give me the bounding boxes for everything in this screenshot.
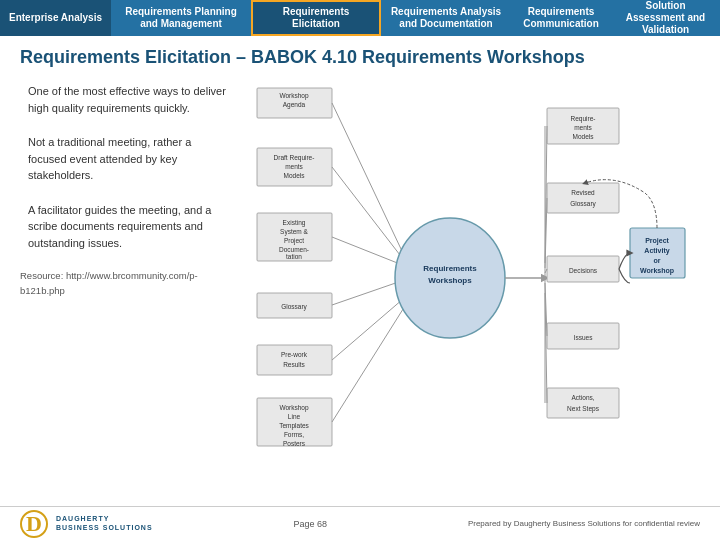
nav-requirements-elicitation[interactable]: Requirements Elicitation [251,0,381,36]
svg-line-24 [332,103,410,268]
left-text-panel: One of the most effective ways to delive… [20,83,230,453]
footer: D DAUGHERTY BUSINESS SOLUTIONS Page 68 P… [0,506,720,540]
svg-text:ments: ments [574,124,592,131]
main-content: Requirements Elicitation – BABOK 4.10 Re… [0,36,720,453]
footer-page-number: Page 68 [153,519,468,529]
svg-text:Issues: Issues [574,334,594,341]
svg-text:ments: ments [285,163,303,170]
svg-text:Project: Project [284,237,304,245]
logo-circle: D [20,510,48,538]
svg-text:Revised: Revised [571,189,595,196]
svg-text:Project: Project [645,237,669,245]
paragraph-2: Not a traditional meeting, rather a focu… [20,134,230,184]
svg-line-28 [332,293,410,360]
svg-rect-45 [547,388,619,418]
svg-text:Workshop: Workshop [279,92,309,100]
footer-prepared-by: Prepared by Daugherty Business Solutions… [468,519,700,528]
logo-letter: D [26,511,42,537]
svg-text:Workshops: Workshops [428,276,472,285]
svg-text:Next Steps: Next Steps [567,405,600,413]
page-title: Requirements Elicitation – BABOK 4.10 Re… [20,46,700,69]
svg-text:Templates: Templates [279,422,309,430]
nav-enterprise-analysis[interactable]: Enterprise Analysis [0,0,111,36]
paragraph-1-text: One of the most effective ways to delive… [28,85,226,114]
svg-text:Forms,: Forms, [284,431,304,438]
svg-text:Existing: Existing [283,219,306,227]
svg-text:Pre-work: Pre-work [281,351,308,358]
svg-text:Documen-: Documen- [279,246,309,253]
svg-line-29 [332,298,410,422]
svg-text:Line: Line [288,413,301,420]
svg-text:Models: Models [573,133,595,140]
svg-rect-38 [547,183,619,213]
svg-text:Activity: Activity [644,247,669,255]
svg-text:Posters: Posters [283,440,306,447]
nav-requirements-planning[interactable]: Requirements Planning and Management [111,0,251,36]
requirements-workshops-diagram: Workshop Agenda Draft Require- ments Mod… [240,83,700,453]
svg-text:Results: Results [283,361,305,368]
paragraph-3-text: A facilitator guides the meeting, and a … [28,204,211,249]
top-navigation: Enterprise Analysis Requirements Plannin… [0,0,720,36]
svg-text:Requirements: Requirements [423,264,477,273]
content-area: One of the most effective ways to delive… [20,83,700,453]
nav-requirements-analysis[interactable]: Requirements Analysis and Documentation [381,0,511,36]
svg-text:System &: System & [280,228,308,236]
company-logo: D DAUGHERTY BUSINESS SOLUTIONS [20,510,153,538]
svg-rect-15 [257,345,332,375]
svg-text:Models: Models [284,172,306,179]
diagram-area: Workshop Agenda Draft Require- ments Mod… [240,83,700,453]
svg-text:Glossary: Glossary [281,303,307,311]
nav-requirements-communication[interactable]: Requirements Communication [511,0,611,36]
svg-text:or: or [654,257,661,264]
logo-company-name: DAUGHERTY BUSINESS SOLUTIONS [56,515,153,532]
svg-text:Actions,: Actions, [571,394,594,401]
svg-text:Decisions: Decisions [569,267,598,274]
resource-link: Resource: http://www.brcommunity.com/p-b… [20,269,230,298]
svg-text:Draft Require-: Draft Require- [274,154,315,162]
svg-text:tation: tation [286,253,302,260]
svg-text:Require-: Require- [571,115,596,123]
svg-text:Agenda: Agenda [283,101,306,109]
paragraph-2-text: Not a traditional meeting, rather a focu… [28,136,191,181]
paragraph-1: One of the most effective ways to delive… [20,83,230,116]
svg-text:Workshop: Workshop [640,267,674,275]
nav-solution-assessment[interactable]: Solution Assessment and Validation [611,0,720,36]
svg-text:Workshop: Workshop [279,404,309,412]
svg-text:Glossary: Glossary [570,200,596,208]
paragraph-3: A facilitator guides the meeting, and a … [20,202,230,252]
